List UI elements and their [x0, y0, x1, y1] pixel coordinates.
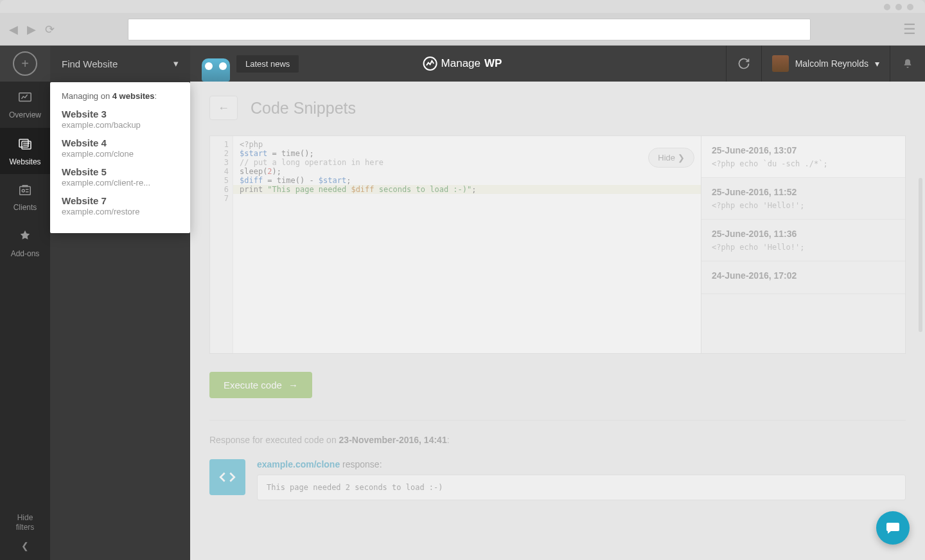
dropdown-site-url: example.com/clone	[62, 149, 179, 159]
chevron-left-icon[interactable]: ❮	[21, 541, 29, 551]
history-pane: 25-June-2016, 13:07 <?php echo `du -sch …	[701, 136, 905, 353]
sidebar-item-overview[interactable]: Overview	[0, 82, 50, 128]
overview-icon	[18, 91, 32, 108]
brand-logo[interactable]: ManageWP	[423, 57, 502, 71]
code-token: );	[272, 167, 281, 176]
user-name: Malcolm Reynolds	[795, 58, 868, 69]
dropdown-site-item[interactable]: Website 3 example.com/backup	[62, 109, 179, 130]
line-number: 4	[210, 167, 233, 176]
code-icon	[209, 459, 245, 495]
sidebar-label: Clients	[13, 203, 37, 212]
dropdown-site-name: Website 5	[62, 166, 179, 177]
sidebar-item-clients[interactable]: Clients	[0, 174, 50, 220]
website-dropdown-panel: Managing on 4 websites: Website 3 exampl…	[50, 82, 190, 233]
response-suffix: :	[447, 435, 450, 445]
dropdown-site-url: example.com/restore	[62, 207, 179, 216]
browser-toolbar: ◀ ▶ ⟳ ☰	[0, 13, 925, 46]
history-item[interactable]: 25-June-2016, 11:52 <?php echo 'Hello!';	[701, 178, 905, 220]
history-date: 24-June-2016, 17:02	[712, 270, 895, 281]
line-number: 2	[210, 149, 233, 158]
chat-button[interactable]	[876, 511, 910, 545]
app-header: + Find Website ▾ Latest news ManageWP Ma…	[0, 46, 925, 82]
avatar	[772, 55, 789, 72]
response-title: example.com/clone response:	[257, 459, 906, 469]
browser-chrome: ◀ ▶ ⟳ ☰	[0, 0, 925, 46]
response-card: example.com/clone response: This page ne…	[209, 459, 906, 500]
dropdown-site-name: Website 7	[62, 195, 179, 206]
code-token: ();	[300, 149, 314, 158]
code-editor[interactable]: 1 2 3 4 5 6 7 <?php $start = time(); // …	[210, 136, 701, 353]
add-button[interactable]: +	[0, 46, 50, 82]
line-number: 3	[210, 158, 233, 167]
sidebar-label: Websites	[9, 157, 40, 166]
line-number: 7	[210, 194, 233, 203]
history-preview: <?php echo 'Hello!';	[712, 201, 895, 210]
response-label: Response for executed code on 23-Novembe…	[209, 435, 906, 445]
notifications-button[interactable]	[890, 58, 925, 69]
dropdown-site-item[interactable]: Website 5 example.com/client-re...	[62, 166, 179, 188]
history-preview: <?php echo `du -sch ./*`;	[712, 159, 895, 168]
window-dot[interactable]	[884, 4, 890, 10]
line-number: 1	[210, 140, 233, 149]
url-bar[interactable]	[128, 19, 811, 40]
history-date: 25-June-2016, 11:52	[712, 187, 895, 197]
mascot-area: Latest news	[190, 46, 299, 82]
code-token: () -	[295, 176, 319, 185]
sync-button[interactable]	[726, 46, 762, 82]
managing-suffix: :	[155, 91, 157, 101]
dropdown-site-item[interactable]: Website 4 example.com/clone	[62, 137, 179, 159]
nav-back-icon[interactable]: ◀	[9, 22, 18, 37]
svg-point-4	[22, 189, 24, 191]
code-token: $diff	[351, 185, 374, 194]
history-date: 25-June-2016, 11:36	[712, 229, 895, 239]
execute-code-button[interactable]: Execute code →	[209, 372, 312, 398]
code-token: // put a long operation in here	[240, 158, 383, 167]
dropdown-site-item[interactable]: Website 7 example.com/restore	[62, 195, 179, 216]
brand-icon	[423, 57, 437, 71]
chevron-right-icon: ❯	[678, 153, 685, 162]
websites-icon	[17, 136, 33, 155]
scrollbar[interactable]	[919, 178, 922, 332]
code-lines[interactable]: <?php $start = time(); // put a long ope…	[233, 136, 701, 353]
code-token: ;	[346, 176, 351, 185]
user-menu[interactable]: Malcolm Reynolds ▾	[762, 46, 890, 82]
window-dot[interactable]	[907, 4, 913, 10]
reload-icon[interactable]: ⟳	[45, 22, 55, 37]
history-item[interactable]: 25-June-2016, 11:36 <?php echo 'Hello!';	[701, 220, 905, 261]
code-token: sleep	[240, 167, 263, 176]
code-editor-block: 1 2 3 4 5 6 7 <?php $start = time(); // …	[209, 136, 906, 354]
nav-forward-icon[interactable]: ▶	[27, 22, 36, 37]
mascot-icon	[202, 58, 230, 82]
back-button[interactable]: ←	[209, 96, 238, 120]
response-site-link[interactable]: example.com/clone	[257, 459, 340, 469]
window-dot[interactable]	[895, 4, 902, 10]
managing-line: Managing on 4 websites:	[62, 91, 179, 101]
chevron-down-icon: ▾	[875, 58, 879, 69]
page-header: ← Code Snippets	[209, 96, 906, 120]
code-token: ;	[471, 185, 476, 194]
latest-news-button[interactable]: Latest news	[236, 55, 299, 73]
divider	[209, 420, 906, 421]
line-number: 5	[210, 176, 233, 185]
code-token: $start	[240, 149, 267, 158]
find-website-dropdown[interactable]: Find Website ▾	[50, 46, 190, 82]
code-token: <?php	[240, 140, 263, 149]
sidebar-item-addons[interactable]: Add-ons	[0, 220, 50, 267]
header-right: Malcolm Reynolds ▾	[726, 46, 925, 82]
response-prefix: Response for executed code on	[209, 435, 339, 445]
hide-label: Hide	[658, 153, 675, 162]
response-site-suffix: response:	[340, 459, 382, 469]
main-content: ← Code Snippets 1 2 3 4 5 6 7 <?php $sta…	[190, 82, 925, 560]
hamburger-icon[interactable]: ☰	[903, 21, 916, 38]
hide-filters-button[interactable]: Hide filters	[16, 513, 35, 533]
arrow-right-icon: →	[288, 380, 298, 390]
history-item[interactable]: 24-June-2016, 17:02	[701, 261, 905, 294]
brand-text-prefix: Manage	[441, 57, 480, 70]
history-item[interactable]: 25-June-2016, 13:07 <?php echo `du -sch …	[701, 136, 905, 178]
window-controls	[884, 4, 913, 10]
chevron-down-icon: ▾	[173, 58, 179, 69]
sidebar-label: Overview	[9, 110, 41, 119]
hide-history-button[interactable]: Hide ❯	[648, 148, 694, 168]
sidebar-item-websites[interactable]: Websites	[0, 128, 50, 174]
code-token: time	[281, 149, 300, 158]
